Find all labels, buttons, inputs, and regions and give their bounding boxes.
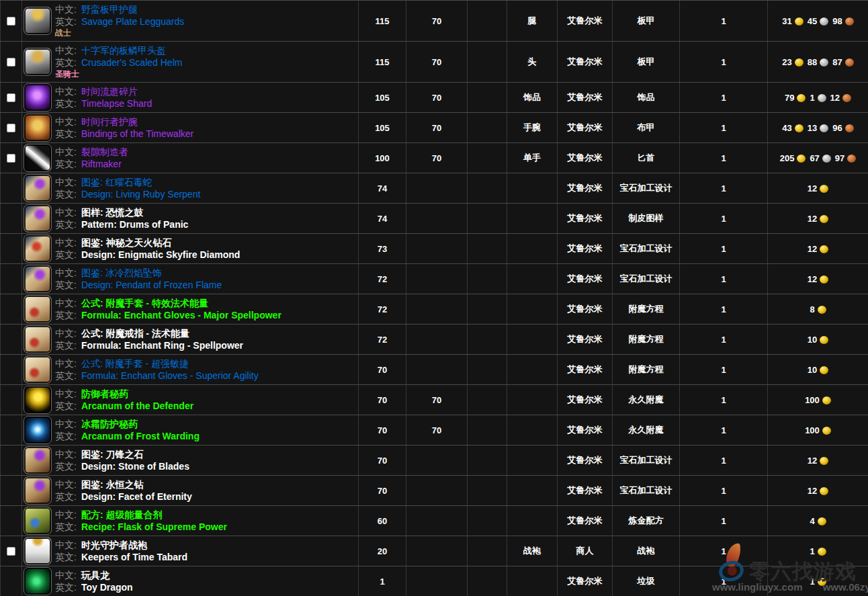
item-name-link-cn[interactable]: 公式: 附魔手套 - 超强敏捷 bbox=[81, 358, 189, 369]
item-name-link-en[interactable]: Arcanum of the Defender bbox=[81, 400, 193, 411]
blank-cell bbox=[468, 204, 507, 233]
lang-label-en: 英文: bbox=[55, 159, 77, 169]
source-cell: 艾鲁尔米 bbox=[558, 445, 613, 475]
blank-cell bbox=[468, 566, 507, 596]
item-level-cell: 72 bbox=[359, 264, 406, 294]
type-cell: 宝石加工设计 bbox=[613, 234, 680, 263]
scroll-purple-icon[interactable] bbox=[24, 265, 52, 293]
item-name-link-cn[interactable]: 图鉴: 冰冷烈焰坠饰 bbox=[81, 267, 162, 278]
recipe-green-icon[interactable] bbox=[24, 507, 52, 535]
item-name-link-cn[interactable]: 裂隙制造者 bbox=[81, 146, 128, 157]
scroll-red-icon[interactable] bbox=[24, 235, 52, 263]
formula-icon[interactable] bbox=[24, 295, 52, 323]
item-name-link-cn[interactable]: 图鉴: 神秘之天火钻石 bbox=[81, 237, 172, 248]
gold-coin-icon bbox=[820, 457, 828, 465]
item-name-link-en[interactable]: Pattern: Drums of Panic bbox=[81, 219, 188, 230]
item-name-link-cn[interactable]: 配方: 超级能量合剂 bbox=[81, 509, 163, 520]
item-name-link-en[interactable]: Recipe: Flask of Supreme Power bbox=[81, 521, 227, 532]
source-cell: 艾鲁尔米 bbox=[558, 204, 613, 233]
type-cell: 板甲 bbox=[613, 42, 680, 82]
table-row: 中文:十字军的板鳞甲头盔英文:Crusader's Scaled Helm圣骑士… bbox=[0, 42, 868, 83]
item-level-cell: 72 bbox=[359, 294, 406, 324]
item-name-link-en[interactable]: Toy Dragon bbox=[81, 582, 133, 593]
row-checkbox[interactable] bbox=[7, 17, 15, 26]
item-names: 中文:时光守护者战袍英文:Keepers of Time Tabard bbox=[55, 539, 187, 563]
item-name-link-cn[interactable]: 时间流逝碎片 bbox=[81, 86, 138, 97]
item-name-link-cn[interactable]: 防御者秘药 bbox=[81, 388, 128, 399]
item-name-link-cn[interactable]: 公式: 附魔戒指 - 法术能量 bbox=[81, 328, 189, 339]
checkbox-cell bbox=[0, 566, 22, 596]
item-name-link-cn[interactable]: 图样: 恐慌之鼓 bbox=[81, 207, 144, 218]
item-name-link-cn[interactable]: 时光守护者战袍 bbox=[81, 540, 147, 550]
item-name-line-cn: 中文:十字军的板鳞甲头盔 bbox=[55, 44, 182, 56]
item-name-line-cn: 中文:公式: 附魔手套 - 超强敏捷 bbox=[55, 357, 259, 370]
arcanum-yellow-icon[interactable] bbox=[24, 386, 52, 414]
plate-legs-icon[interactable] bbox=[24, 7, 52, 35]
row-checkbox[interactable] bbox=[7, 154, 15, 163]
item-name-link-cn[interactable]: 冰霜防护秘药 bbox=[81, 419, 138, 429]
table-row: 中文:野蛮板甲护腿英文:Savage Plate Legguards战士1157… bbox=[0, 1, 868, 42]
scroll-hand-icon[interactable] bbox=[24, 446, 52, 474]
formula-icon[interactable] bbox=[24, 325, 52, 353]
item-name-link-en[interactable]: Bindings of the Timewalker bbox=[81, 128, 193, 139]
item-name-link-en[interactable]: Design: Living Ruby Serpent bbox=[81, 189, 200, 200]
item-name-link-cn[interactable]: 图鉴: 永恒之钻 bbox=[81, 479, 144, 490]
slot-cell: 单手 bbox=[507, 143, 558, 173]
source-cell: 艾鲁尔米 bbox=[558, 506, 613, 536]
price-cell: 12 bbox=[768, 234, 868, 263]
item-cell: 中文:图鉴: 永恒之钻英文:Design: Facet of Eternity bbox=[22, 476, 359, 505]
gold-coin-icon bbox=[820, 487, 828, 495]
item-name-link-en[interactable]: Formula: Enchant Ring - Spellpower bbox=[81, 340, 243, 351]
item-name-link-en[interactable]: Formula: Enchant Gloves - Major Spellpow… bbox=[81, 310, 281, 321]
arcanum-blue-icon[interactable] bbox=[24, 416, 52, 444]
item-name-link-en[interactable]: Design: Facet of Eternity bbox=[81, 491, 192, 502]
row-checkbox[interactable] bbox=[7, 547, 15, 556]
type-cell: 永久附魔 bbox=[613, 385, 680, 415]
source-cell: 艾鲁尔米 bbox=[558, 566, 613, 596]
source-cell: 艾鲁尔米 bbox=[558, 415, 613, 445]
item-name-link-en[interactable]: Arcanum of Frost Warding bbox=[81, 431, 200, 441]
row-checkbox[interactable] bbox=[7, 58, 15, 67]
scroll-purple-icon[interactable] bbox=[24, 174, 52, 202]
row-checkbox[interactable] bbox=[7, 93, 15, 102]
dragon-green-icon[interactable] bbox=[24, 567, 52, 595]
item-name-link-en[interactable]: Design: Enigmatic Skyfire Diamond bbox=[81, 249, 241, 260]
item-name-link-cn[interactable]: 时间行者护腕 bbox=[81, 116, 138, 127]
tabard-white-icon[interactable] bbox=[24, 537, 52, 565]
scroll-hand-icon[interactable] bbox=[24, 476, 52, 505]
item-name-link-en[interactable]: Crusader's Scaled Helm bbox=[81, 57, 183, 68]
purple-shard-icon[interactable] bbox=[24, 83, 52, 112]
blank-cell bbox=[468, 445, 507, 475]
price-cell: 314598 bbox=[768, 1, 868, 41]
price-cell: 12 bbox=[768, 204, 868, 233]
item-name-link-en[interactable]: Keepers of Time Tabard bbox=[81, 552, 187, 562]
item-name-link-en[interactable]: Riftmaker bbox=[81, 159, 122, 169]
type-cell: 垃圾 bbox=[613, 566, 680, 596]
item-name-link-en[interactable]: Savage Plate Legguards bbox=[81, 16, 184, 27]
item-name-link-cn[interactable]: 公式: 附魔手套 - 特效法术能量 bbox=[81, 298, 208, 308]
lang-label-en: 英文: bbox=[55, 552, 77, 562]
item-level-cell: 74 bbox=[359, 173, 406, 203]
item-name-link-cn[interactable]: 玩具龙 bbox=[81, 570, 110, 581]
price-cell: 1 bbox=[768, 566, 868, 596]
item-name-link-en[interactable]: Timelapse Shard bbox=[81, 98, 152, 109]
required-level-cell bbox=[406, 445, 468, 475]
item-name-link-cn[interactable]: 图鉴: 刀锋之石 bbox=[81, 449, 144, 460]
bracer-icon[interactable] bbox=[24, 114, 52, 142]
item-name-link-en[interactable]: Formula: Enchant Gloves - Superior Agili… bbox=[81, 370, 259, 381]
item-name-link-cn[interactable]: 图鉴: 红曜石毒蛇 bbox=[81, 177, 153, 187]
formula-icon[interactable] bbox=[24, 355, 52, 384]
type-cell: 宝石加工设计 bbox=[613, 476, 680, 505]
item-name-link-cn[interactable]: 十字军的板鳞甲头盔 bbox=[81, 45, 166, 56]
item-name-link-cn[interactable]: 野蛮板甲护腿 bbox=[81, 4, 138, 15]
item-name-link-en[interactable]: Design: Pendant of Frozen Flame bbox=[81, 280, 222, 290]
item-name-link-en[interactable]: Design: Stone of Blades bbox=[81, 461, 189, 472]
dagger-icon[interactable] bbox=[24, 144, 52, 172]
plate-helm-icon[interactable] bbox=[24, 48, 52, 76]
row-checkbox[interactable] bbox=[7, 124, 15, 132]
price-cell: 431396 bbox=[768, 113, 868, 142]
quantity-cell: 1 bbox=[680, 173, 768, 203]
scroll-purple-icon[interactable] bbox=[24, 204, 52, 232]
gold-amount: 31 bbox=[782, 16, 791, 26]
required-level-cell bbox=[406, 355, 468, 384]
